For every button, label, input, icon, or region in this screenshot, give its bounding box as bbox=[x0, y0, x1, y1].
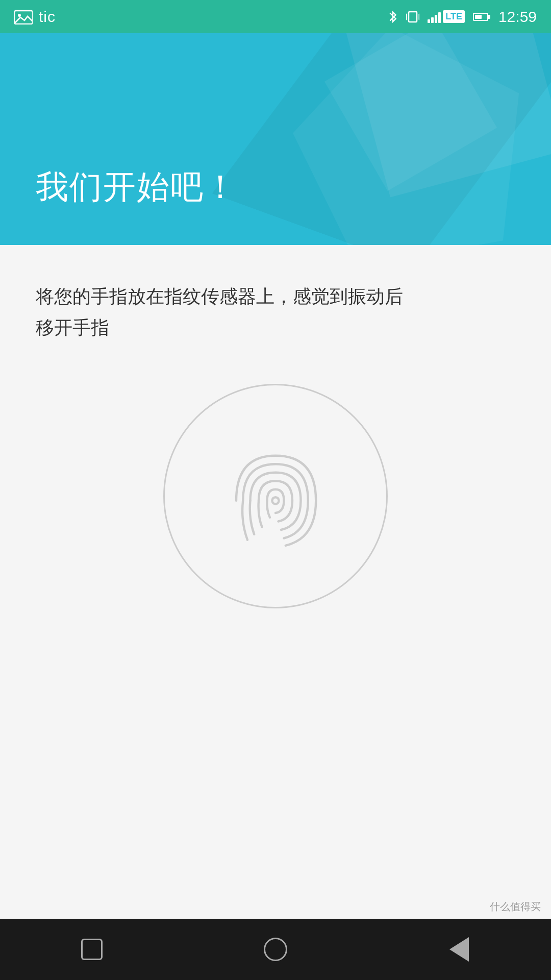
svg-point-5 bbox=[272, 498, 279, 504]
svg-point-1 bbox=[18, 14, 21, 17]
nav-bar bbox=[0, 919, 551, 980]
header-area: 我们开始吧！ bbox=[0, 0, 551, 245]
home-icon bbox=[264, 938, 287, 961]
signal-bars bbox=[428, 11, 441, 23]
svg-rect-2 bbox=[409, 12, 417, 22]
battery-icon bbox=[473, 13, 490, 21]
status-bar-left: tic bbox=[14, 8, 56, 26]
instruction-text: 将您的手指放在指纹传感器上，感觉到振动后 移开手指 bbox=[36, 281, 515, 343]
vibrate-icon bbox=[406, 10, 419, 24]
fingerprint-icon bbox=[219, 440, 332, 552]
back-icon bbox=[449, 937, 469, 962]
fingerprint-circle bbox=[163, 384, 388, 608]
app-name-label: tic bbox=[39, 8, 56, 26]
signal-lte-group: LTE bbox=[428, 10, 465, 23]
header-title: 我们开始吧！ bbox=[36, 165, 238, 209]
main-content: 将您的手指放在指纹传感器上，感觉到振动后 移开手指 bbox=[0, 245, 551, 919]
home-button[interactable] bbox=[260, 934, 291, 965]
svg-rect-0 bbox=[14, 11, 33, 24]
recents-icon bbox=[81, 939, 103, 960]
back-button[interactable] bbox=[444, 934, 474, 965]
fingerprint-container bbox=[36, 384, 515, 608]
watermark-text: 什么值得买 bbox=[490, 901, 541, 912]
instruction-line-1: 将您的手指放在指纹传感器上，感觉到振动后 bbox=[36, 286, 403, 307]
image-icon bbox=[14, 9, 33, 24]
bluetooth-icon bbox=[388, 9, 398, 24]
watermark: 什么值得买 bbox=[490, 900, 541, 914]
instruction-line-2: 移开手指 bbox=[36, 317, 109, 338]
time-display: 12:59 bbox=[498, 8, 537, 26]
lte-badge: LTE bbox=[443, 10, 465, 23]
recents-button[interactable] bbox=[77, 934, 107, 965]
status-bar-right: LTE 12:59 bbox=[388, 8, 537, 26]
status-bar: tic LTE 12: bbox=[0, 0, 551, 33]
